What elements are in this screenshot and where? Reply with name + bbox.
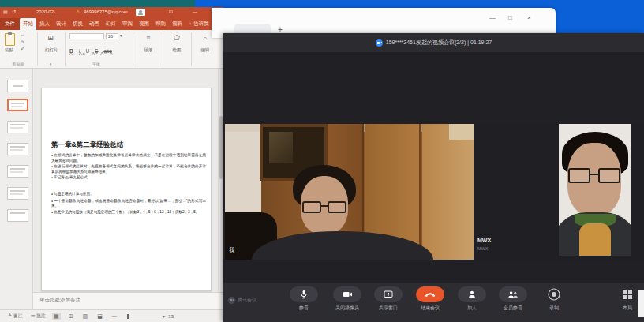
account-avatar[interactable] <box>136 9 145 16</box>
tab-home[interactable]: 开始 <box>20 18 36 30</box>
tab-slideshow[interactable]: 幻灯 <box>103 18 119 30</box>
meeting-titlebar[interactable]: 159****2451发起的视频会议(2/2) | 01:19:27 <box>223 33 644 52</box>
microphone-icon <box>299 290 309 299</box>
font-size-select[interactable]: 26 <box>106 33 118 39</box>
slide-body-text[interactable]: 在根式的运算中，整数的加减乘除交换律等运算律依然成立，只是在过程中遇到结果需再化… <box>51 153 206 216</box>
cut-icon[interactable]: ✂ <box>21 33 24 38</box>
slide-thumbnail-3[interactable] <box>7 121 28 133</box>
meeting-watermark-icon <box>228 297 235 304</box>
ppt-titlebar[interactable]: ▤ ↺ 2020-02-... ⚠ 469996775@qq.com ⊡ — <box>0 7 223 17</box>
paragraph-icon[interactable]: ≡ <box>140 34 156 42</box>
slide-scrollbar[interactable] <box>218 69 223 309</box>
comments-toggle[interactable]: ▭ 批注 <box>31 313 46 320</box>
undo-icon[interactable]: ↺ <box>12 9 16 14</box>
font-size-dropdown-icon[interactable]: ▾ <box>120 33 122 38</box>
tab-insert[interactable]: 插入 <box>36 18 53 30</box>
paste-button[interactable]: 粘贴 <box>5 47 13 53</box>
mute-button[interactable]: 静音 <box>283 286 324 312</box>
person-icon <box>467 290 477 299</box>
meeting-window: 159****2451发起的视频会议(2/2) | 01:19:27 我 <box>223 33 644 322</box>
slide-bullet: 牢记海伦-秦九韶公式 <box>51 175 206 181</box>
close-button[interactable]: × <box>527 14 531 21</box>
tab-design[interactable]: 设计 <box>53 18 69 30</box>
slide-sorter-view-icon[interactable]: ⊞ <box>67 313 75 320</box>
format-painter-icon[interactable]: 🖉 <box>21 46 25 51</box>
record-button[interactable]: 录制 <box>534 286 575 312</box>
save-icon[interactable]: ▤ <box>3 9 8 14</box>
new-slide-icon[interactable]: ⊞ <box>43 34 58 42</box>
background-window-sliver <box>638 290 644 317</box>
video-tile-self[interactable]: 我 <box>225 124 474 260</box>
notes-pane[interactable]: 单击此处添加备注 <box>33 292 223 309</box>
drawing-icon[interactable]: ⬠ <box>169 34 185 42</box>
slide-thumbnail-1[interactable] <box>7 80 28 92</box>
tab-view[interactable]: 视图 <box>136 18 152 30</box>
ppt-status-bar: ≙ 备注 ▭ 批注 ▦ ⊞ ▥ ⬓ — + 33 <box>0 309 223 322</box>
new-slide-button[interactable]: 幻灯片 <box>39 47 63 53</box>
tencent-meeting-logo-icon <box>376 39 383 47</box>
tab-help[interactable]: 帮助 <box>152 18 169 30</box>
ribbon-tab-bar: 文件 开始 插入 设计 切换 动画 幻灯 审阅 视图 帮助 福昕 ♀ 告诉我 <box>0 17 223 30</box>
font-color-row[interactable]: A · Aa · A˄ A˅ ✎ <box>69 51 114 56</box>
paste-icon[interactable] <box>5 33 15 46</box>
ribbon-display-options-icon[interactable]: ⊡ <box>169 7 173 17</box>
slide-thumbnail-5[interactable] <box>7 165 28 178</box>
camera-button[interactable]: 关闭摄像头 <box>327 286 368 312</box>
desktop: ▤ ↺ 2020-02-... ⚠ 469996775@qq.com ⊡ — 文… <box>0 0 644 322</box>
slide-thumbnail-7[interactable] <box>7 209 28 222</box>
slide-canvas[interactable]: 第一章&第二章经验总结 在根式的运算中，整数的加减乘除交换律等运算律依然成立，只… <box>41 88 212 291</box>
end-meeting-button[interactable]: 结束会议 <box>410 286 451 312</box>
zoom-out-button[interactable]: — <box>112 314 117 319</box>
video-tile-remote[interactable]: MWX MWX <box>474 122 644 261</box>
editing-search-icon[interactable]: ⌕ <box>197 34 213 43</box>
slide-bullet: 一个原命题改为逆命题，或者将原命题改为逆否命题时，最好以“如果…，那么…”的形式… <box>51 199 206 208</box>
phone-end-icon <box>425 290 436 299</box>
slide-thumbnail-6[interactable] <box>7 187 28 200</box>
slide-editing-area: 第一章&第二章经验总结 在根式的运算中，整数的加减乘除交换律等运算律依然成立，只… <box>33 69 219 309</box>
drawing-button[interactable]: 绘图 <box>166 47 188 53</box>
remote-video-feed <box>559 124 631 256</box>
ribbon: 粘贴 ✂ ⧉ 🖉 剪贴板 ⊞ 幻灯片 ▾ 26 ▾ B I U S abc A … <box>0 30 223 69</box>
paragraph-button[interactable]: 段落 <box>137 47 159 53</box>
tab-animations[interactable]: 动画 <box>86 18 103 30</box>
slide-thumbnail-2-selected[interactable] <box>7 99 28 111</box>
tab-tell-me[interactable]: ♀ 告诉我 <box>185 18 212 30</box>
slide-bullet: 熟悉常见的勾股数（满足勾股定理的三个数），比如3，4，5；5，12，13；倍数2… <box>51 210 206 215</box>
font-group-label: 字体 <box>65 62 128 66</box>
account-email[interactable]: 469996775@qq.com <box>84 7 128 17</box>
tab-transitions[interactable]: 切换 <box>69 18 86 30</box>
mute-all-button[interactable]: 全员静音 <box>492 286 534 312</box>
share-window-button[interactable]: 共享窗口 <box>368 286 409 312</box>
slide-thumbnail-panel <box>0 69 33 309</box>
background-window-edge <box>0 0 195 7</box>
zoom-in-button[interactable]: + <box>163 314 166 319</box>
meeting-title: 159****2451发起的视频会议(2/2) | 01:19:27 <box>386 39 492 47</box>
slideshow-view-icon[interactable]: ⬓ <box>95 313 104 320</box>
font-name-select[interactable] <box>69 33 104 39</box>
notes-toggle[interactable]: ≙ 备注 <box>8 313 23 320</box>
slide-thumbnail-4[interactable] <box>7 143 28 155</box>
lightbulb-icon: ♀ <box>189 21 193 26</box>
tab-review[interactable]: 审阅 <box>119 18 136 30</box>
zoom-slider[interactable] <box>119 316 160 316</box>
tab-foxit[interactable]: 福昕 <box>169 18 185 30</box>
people-icon <box>507 290 519 299</box>
slides-group-label: ▾ <box>37 62 64 66</box>
invite-button[interactable]: 加人 <box>451 286 492 312</box>
normal-view-icon[interactable]: ▦ <box>52 313 61 320</box>
powerpoint-window: ▤ ↺ 2020-02-... ⚠ 469996775@qq.com ⊡ — 文… <box>0 7 223 322</box>
minimize-button[interactable]: — <box>193 7 197 17</box>
tab-file[interactable]: 文件 <box>0 18 20 30</box>
minimize-button[interactable]: — <box>489 14 496 21</box>
editing-button[interactable]: 编辑 <box>194 47 216 53</box>
slide-bullet: 勾股定理的计算与应用。 <box>51 192 206 197</box>
warning-icon: ⚠ <box>76 7 80 17</box>
slide-title[interactable]: 第一章&第二章经验总结 <box>51 140 201 150</box>
self-video-label: 我 <box>229 246 234 254</box>
video-stage: 我 MWX MWX <box>223 52 644 283</box>
maximize-button[interactable]: □ <box>508 14 512 21</box>
copy-icon[interactable]: ⧉ <box>21 39 24 45</box>
reading-view-icon[interactable]: ▥ <box>81 313 90 320</box>
record-icon <box>547 287 561 301</box>
zoom-percentage[interactable]: 33 <box>168 314 174 319</box>
